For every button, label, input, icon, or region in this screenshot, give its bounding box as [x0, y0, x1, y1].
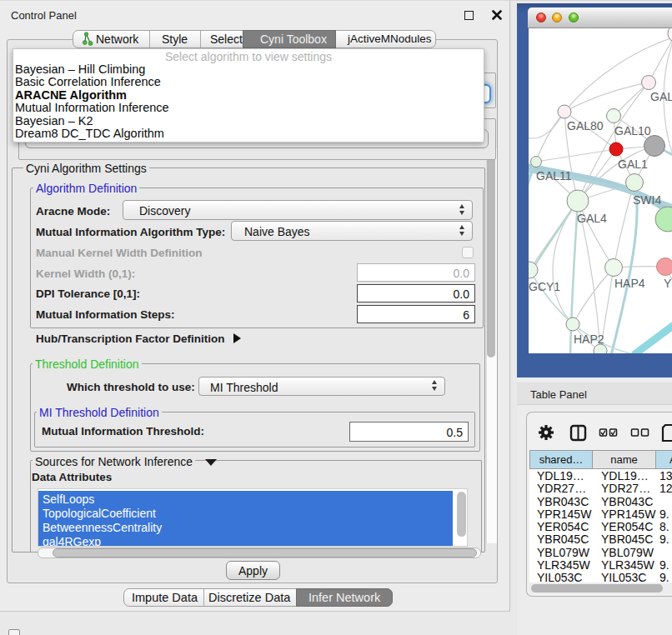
svg-text:GAL80: GAL80 — [567, 119, 604, 132]
svg-text:GAL10: GAL10 — [614, 124, 651, 138]
svg-text:GAL4: GAL4 — [577, 212, 607, 225]
svg-text:HAP4: HAP4 — [614, 277, 645, 290]
svg-text:GAL11: GAL11 — [536, 169, 572, 182]
svg-text:Y: Y — [664, 277, 672, 290]
svg-text:HAP2: HAP2 — [574, 332, 604, 346]
svg-text:GCY1: GCY1 — [529, 280, 560, 293]
svg-text:GAL: GAL — [650, 90, 672, 103]
svg-text:GAL1: GAL1 — [618, 158, 648, 171]
svg-text:SWI4: SWI4 — [633, 193, 661, 207]
